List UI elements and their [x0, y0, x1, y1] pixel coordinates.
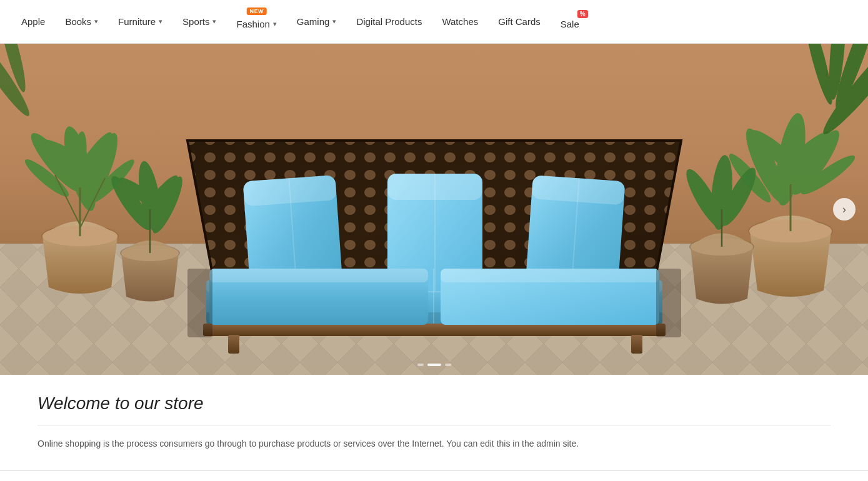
nav-label-apple: Apple [21, 16, 45, 27]
nav-item-apple[interactable]: Apple [12, 11, 54, 32]
nav-item-furniture[interactable]: Furniture ▾ [109, 11, 171, 32]
chevron-right-icon: › [842, 203, 846, 216]
welcome-body: Online shopping is the process consumers… [37, 437, 694, 452]
nav-item-watches[interactable]: Watches [433, 11, 487, 32]
nav-item-sports[interactable]: Sports ▾ [174, 11, 225, 32]
nav-item-gaming[interactable]: Gaming ▾ [288, 11, 346, 32]
main-nav: Apple Books ▾ Furniture ▾ Sports ▾ NEW F… [0, 0, 868, 44]
nav-item-digital-products[interactable]: Digital Products [347, 11, 431, 32]
sale-badge: % [577, 10, 588, 18]
nav-label-books: Books [65, 16, 91, 27]
welcome-title: Welcome to our store [37, 394, 831, 414]
nav-label-gaming: Gaming [297, 16, 330, 27]
chevron-down-icon: ▾ [332, 17, 336, 26]
nav-label-watches: Watches [442, 16, 478, 27]
nav-label-fashion: Fashion [236, 19, 269, 29]
welcome-section: Welcome to our store Online shopping is … [0, 375, 868, 471]
svg-rect-73 [209, 269, 428, 282]
carousel-dot-2[interactable] [427, 364, 441, 366]
nav-item-sale[interactable]: % Sale [552, 9, 588, 34]
nav-item-books[interactable]: Books ▾ [56, 11, 107, 32]
svg-rect-61 [228, 335, 239, 354]
nav-label-sports: Sports [182, 16, 209, 27]
carousel-dot-3[interactable] [445, 364, 451, 366]
nav-items-list: Apple Books ▾ Furniture ▾ Sports ▾ NEW F… [12, 9, 588, 34]
nav-item-fashion[interactable]: NEW Fashion ▾ [227, 9, 285, 34]
svg-rect-62 [631, 335, 642, 354]
svg-rect-78 [656, 269, 681, 337]
carousel-dot-1[interactable] [417, 364, 424, 366]
svg-rect-60 [203, 324, 666, 336]
carousel-next-button[interactable]: › [833, 198, 856, 221]
new-badge: NEW [246, 7, 267, 15]
chevron-down-icon: ▾ [94, 17, 98, 26]
chevron-down-icon: ▾ [212, 17, 216, 26]
hero-carousel: › [0, 44, 868, 375]
hero-image [0, 44, 868, 375]
chevron-down-icon: ▾ [159, 17, 162, 26]
nav-label-furniture: Furniture [118, 16, 156, 27]
nav-label-sale: Sale [561, 19, 579, 29]
svg-rect-75 [441, 269, 659, 282]
nav-label-digital-products: Digital Products [356, 16, 422, 27]
welcome-divider [37, 425, 831, 425]
svg-rect-77 [187, 269, 212, 337]
carousel-dots [417, 364, 451, 366]
nav-item-gift-cards[interactable]: Gift Cards [489, 11, 549, 32]
chevron-down-icon: ▾ [273, 20, 277, 28]
nav-label-gift-cards: Gift Cards [498, 16, 541, 27]
